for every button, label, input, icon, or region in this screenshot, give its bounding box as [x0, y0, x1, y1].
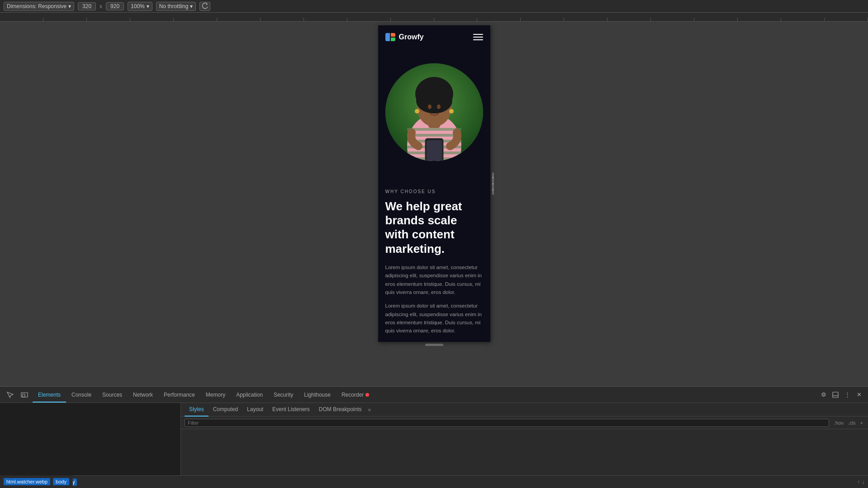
throttling-label: No throttling — [159, 3, 189, 9]
styles-tabs-row: Styles Computed Layout Event Listeners D… — [181, 403, 868, 417]
svg-rect-22 — [833, 392, 838, 398]
devtools-main-toolbar: Elements Console Sources Network Perform… — [0, 387, 868, 403]
resize-handle-bottom-visual — [425, 344, 443, 346]
logo-bottom-right — [391, 38, 395, 41]
recorder-dot — [365, 393, 369, 397]
logo-shape-left — [385, 33, 390, 41]
close-devtools-button[interactable]: ✕ — [854, 389, 864, 400]
main-heading: We help great brands scale with content … — [385, 199, 483, 256]
more-options-button[interactable]: ⋮ — [842, 389, 853, 400]
styles-tab-styles[interactable]: Styles — [185, 403, 209, 417]
inspect-element-button[interactable] — [4, 389, 16, 401]
resize-dot — [492, 189, 493, 190]
styles-tab-event-listeners[interactable]: Event Listeners — [268, 403, 314, 417]
resize-handle-right[interactable] — [490, 25, 496, 342]
logo-top-right — [391, 33, 395, 37]
svg-point-16 — [415, 109, 419, 114]
body-text-2: Lorem ipsum dolor sit amet, consectetur … — [385, 302, 483, 335]
dock-icon — [832, 392, 839, 398]
hamburger-line-1 — [473, 34, 483, 35]
body-tag-highlight: body — [53, 478, 69, 485]
throttling-selector[interactable]: No throttling ▾ — [156, 2, 196, 11]
styles-tab-dom-breakpoints[interactable]: DOM Breakpoints — [314, 403, 366, 417]
hero-image-svg — [384, 62, 484, 166]
tab-sources[interactable]: Sources — [97, 388, 128, 403]
mobile-preview-frame: Growfy — [378, 25, 490, 342]
ruler — [0, 13, 868, 22]
tab-security[interactable]: Security — [268, 388, 299, 403]
logo-shape-right — [391, 33, 395, 41]
breadcrumb-down-button[interactable]: ↓ — [862, 479, 864, 485]
browser-viewport: Growfy — [0, 22, 868, 386]
chevron-down-icon: ▾ — [68, 3, 71, 9]
styles-tab-layout[interactable]: Layout — [242, 403, 268, 417]
resize-dot — [492, 177, 493, 178]
hamburger-button[interactable] — [473, 34, 483, 40]
pseudo-state-buttons: :hov .cls + — [833, 420, 864, 426]
svg-rect-4 — [407, 128, 461, 131]
tab-elements[interactable]: Elements — [33, 388, 66, 403]
logo-text: Growfy — [399, 33, 424, 41]
tab-performance[interactable]: Performance — [158, 388, 200, 403]
hamburger-line-2 — [473, 37, 483, 38]
rotate-button[interactable] — [199, 2, 210, 11]
why-choose-label: WHY CHOOSE US — [385, 189, 483, 194]
devtools-top-icons: ⚙ ⋮ ✕ — [818, 389, 864, 400]
dock-button[interactable] — [830, 389, 841, 400]
devtools-responsive-toolbar: Dimensions: Responsive ▾ x 100% ▾ No thr… — [0, 0, 868, 13]
filewatcher-tag: html.watcher.webp — [4, 478, 50, 485]
pseudo-add-button[interactable]: + — [859, 420, 864, 426]
zoom-label: 100% — [131, 3, 145, 9]
elements-panel — [0, 403, 181, 475]
svg-point-17 — [449, 109, 454, 114]
devtools-tabs: Elements Console Sources Network Perform… — [33, 387, 816, 403]
svg-point-13 — [416, 88, 452, 114]
more-styles-tabs-button[interactable]: » — [368, 407, 371, 413]
devtools-content-area: Styles Computed Layout Event Listeners D… — [0, 403, 868, 475]
resize-handle-visual — [492, 172, 494, 195]
filewatcher-statusbar: html.watcher.webp body — [0, 475, 73, 488]
resize-handle-bottom[interactable] — [423, 343, 446, 346]
devtools-panel: Elements Console Sources Network Perform… — [0, 386, 868, 488]
responsive-label: Dimensions: Responsive — [7, 3, 66, 9]
tab-network[interactable]: Network — [128, 388, 158, 403]
breadcrumb-right-controls: ↑ ↓ — [857, 479, 864, 485]
svg-rect-19 — [427, 140, 442, 161]
styles-tab-computed[interactable]: Computed — [209, 403, 242, 417]
styles-filter-input[interactable] — [185, 419, 829, 427]
svg-point-14 — [428, 104, 432, 109]
logo-icon — [385, 32, 396, 43]
styles-filter-row: :hov .cls + — [181, 417, 868, 429]
tab-memory[interactable]: Memory — [200, 388, 231, 403]
tab-lighthouse[interactable]: Lighthouse — [299, 388, 336, 403]
rotate-icon — [201, 3, 209, 10]
chevron-down-icon: ▾ — [147, 3, 149, 9]
ruler-marks — [0, 13, 868, 21]
resize-dot — [492, 183, 493, 185]
tab-recorder[interactable]: Recorder — [336, 388, 375, 403]
app-logo: Growfy — [385, 32, 424, 43]
pseudo-cls-button[interactable]: .cls — [847, 420, 857, 426]
settings-button[interactable]: ⚙ — [818, 389, 829, 400]
tab-console[interactable]: Console — [66, 388, 97, 403]
devtools-breadcrumb-bar: ⬛ <head> › </head> › body ↑ ↓ — [0, 475, 868, 488]
svg-point-15 — [437, 104, 441, 109]
device-icon — [21, 391, 28, 398]
body-text-1: Lorem ipsum dolor sit amet, consectetur … — [385, 263, 483, 297]
svg-rect-20 — [21, 393, 28, 397]
hero-image-container — [378, 49, 490, 180]
zoom-selector[interactable]: 100% ▾ — [128, 2, 152, 11]
dimension-separator: x — [100, 3, 102, 9]
breadcrumb-up-button[interactable]: ↑ — [857, 479, 860, 485]
content-section: WHY CHOOSE US We help great brands scale… — [378, 180, 490, 342]
cursor-inspect-icon — [6, 391, 14, 398]
device-toggle-button[interactable] — [18, 389, 31, 401]
responsive-mode-selector[interactable]: Dimensions: Responsive ▾ — [4, 2, 74, 11]
tab-application[interactable]: Application — [231, 388, 268, 403]
hamburger-line-3 — [473, 39, 483, 40]
svg-rect-21 — [23, 394, 25, 397]
viewport-height-input[interactable] — [106, 2, 124, 10]
pseudo-hov-button[interactable]: :hov — [833, 420, 845, 426]
chevron-down-icon: ▾ — [190, 3, 193, 9]
viewport-width-input[interactable] — [78, 2, 96, 10]
